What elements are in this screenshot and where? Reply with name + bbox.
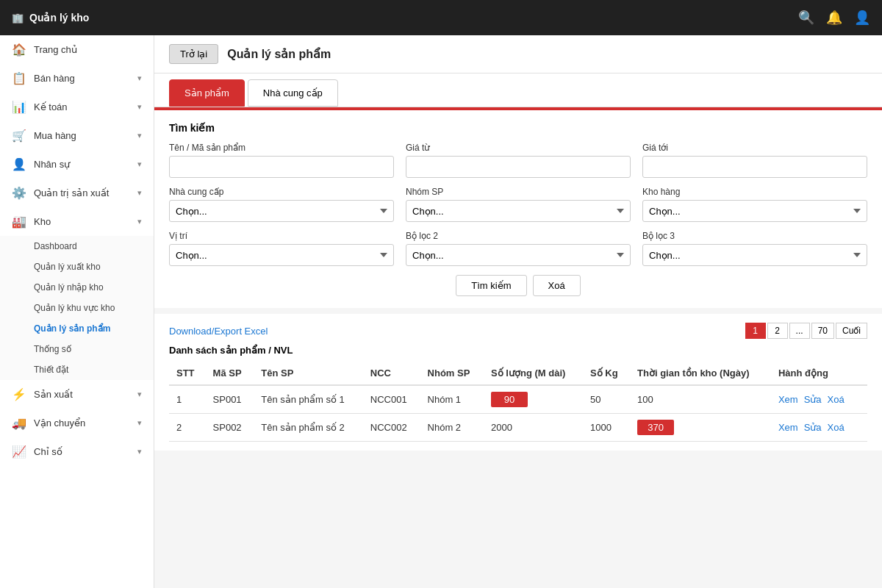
search-button[interactable]: Tìm kiếm <box>456 275 526 296</box>
select-nhom-sp[interactable]: Chọn... <box>406 200 631 222</box>
col-ten-sp: Tên SP <box>254 362 363 385</box>
chevron-nhan-su: ▾ <box>137 159 142 169</box>
sidebar-item-van-chuyen[interactable]: 🚚 Vận chuyển ▾ <box>0 409 154 437</box>
field-ten-ma: Tên / Mã sản phẩm <box>169 143 394 178</box>
cell-so-luong: 90 <box>484 385 583 414</box>
page-btn-1[interactable]: 1 <box>745 323 766 339</box>
tab-san-pham[interactable]: Sản phẩm <box>169 79 245 107</box>
field-gia-toi: Giá tới <box>642 143 867 178</box>
page-title: Quản lý sản phẩm <box>227 47 331 61</box>
select-kho-hang[interactable]: Chọn... <box>642 200 867 222</box>
tab-nha-cung-cap[interactable]: Nhà cung cấp <box>248 79 338 107</box>
sidebar-item-san-xuat[interactable]: ⚡ Sản xuất ▾ <box>0 380 154 409</box>
kho-icon: 🏭 <box>12 215 26 229</box>
sidebar-sub-khu-vuc-kho[interactable]: Quản lý khu vực kho <box>0 298 154 318</box>
cell-stt: 1 <box>169 385 206 414</box>
pagination: 1 2 ... 70 Cuối <box>745 323 867 339</box>
back-button[interactable]: Trở lại <box>169 44 218 64</box>
header-icons: 🔍 🔔 👤 <box>798 10 870 26</box>
input-gia-tu[interactable] <box>406 156 631 178</box>
label-kho-hang: Kho hàng <box>642 187 867 197</box>
chevron-ke-toan: ▾ <box>137 102 142 112</box>
sidebar-sub-thong-so[interactable]: Thống số <box>0 339 154 359</box>
table-header: STT Mã SP Tên SP NCC Nhóm SP Số lượng (M… <box>169 362 867 385</box>
table-section: Download/Export Excel 1 2 ... 70 Cuối Da… <box>154 314 882 451</box>
user-icon[interactable]: 👤 <box>854 10 870 26</box>
bell-icon[interactable]: 🔔 <box>826 10 842 26</box>
chevron-kho: ▾ <box>137 217 142 226</box>
page-btn-70[interactable]: 70 <box>811 323 834 339</box>
cell-so-kg: 1000 <box>583 414 630 442</box>
select-bo-loc-3[interactable]: Chọn... <box>642 244 867 266</box>
select-nha-cung-cap[interactable]: Chọn... <box>169 200 394 222</box>
select-bo-loc-2[interactable]: Chọn... <box>406 244 631 266</box>
home-icon: 🏠 <box>12 43 26 57</box>
sidebar-label-ban-hang: Bán hàng <box>34 73 75 84</box>
cell-ma-sp: SP001 <box>206 385 254 414</box>
sidebar-item-nhan-su[interactable]: 👤 Nhân sự ▾ <box>0 150 154 179</box>
page-btn-2[interactable]: 2 <box>767 323 788 339</box>
col-hanh-dong: Hành động <box>771 362 867 385</box>
cell-ten-sp: Tên sản phẩm số 2 <box>254 414 363 442</box>
chevron-mua-hang: ▾ <box>137 131 142 140</box>
main-layout: 🏠 Trang chủ 📋 Bán hàng ▾ 📊 Kế toán ▾ 🛒 M… <box>0 35 882 588</box>
table-row: 1 SP001 Tên sản phẩm số 1 NCC001 Nhóm 1 … <box>169 385 867 414</box>
action-xoá[interactable]: Xoá <box>828 422 845 433</box>
action-xoá[interactable]: Xoá <box>828 394 845 405</box>
search-section: Tìm kiếm Tên / Mã sản phẩm Giá từ Giá tớ… <box>154 110 882 308</box>
action-xem[interactable]: Xem <box>778 394 798 405</box>
select-vi-tri[interactable]: Chọn... <box>169 244 394 266</box>
clear-button[interactable]: Xoá <box>533 275 581 296</box>
sidebar-label-ke-toan: Kế toán <box>34 101 68 112</box>
chevron-ban-hang: ▾ <box>137 74 142 83</box>
input-gia-toi[interactable] <box>642 156 867 178</box>
sidebar-item-quan-tri-san-xuat[interactable]: ⚙️ Quản trị sản xuất ▾ <box>0 179 154 207</box>
cell-nhom-sp: Nhóm 2 <box>420 414 484 442</box>
sidebar-sub-thiet-dat[interactable]: Thiết đặt <box>0 359 154 380</box>
header: 🏢 Quản lý kho 🔍 🔔 👤 <box>0 0 882 35</box>
page-btn-last[interactable]: Cuối <box>836 323 867 339</box>
quan-tri-icon: ⚙️ <box>12 186 26 200</box>
chevron-chi-so: ▾ <box>137 447 142 456</box>
download-link[interactable]: Download/Export Excel <box>169 326 268 337</box>
input-ten-ma[interactable] <box>169 156 394 178</box>
label-vi-tri: Vị trí <box>169 231 394 241</box>
sidebar-item-mua-hang[interactable]: 🛒 Mua hàng ▾ <box>0 121 154 150</box>
field-bo-loc-3: Bộ lọc 3 Chọn... <box>642 231 867 266</box>
label-gia-tu: Giá từ <box>406 143 631 153</box>
table-title: Danh sách sản phẩm / NVL <box>169 345 867 356</box>
cell-ma-sp: SP002 <box>206 414 254 442</box>
col-stt: STT <box>169 362 206 385</box>
sidebar-item-kho[interactable]: 🏭 Kho ▾ <box>0 207 154 236</box>
col-ncc: NCC <box>363 362 420 385</box>
warehouse-icon: 🏢 <box>12 12 24 24</box>
ke-toan-icon: 📊 <box>12 100 26 114</box>
label-gia-toi: Giá tới <box>642 143 867 153</box>
chevron-van-chuyen: ▾ <box>137 418 142 428</box>
action-sửa[interactable]: Sửa <box>804 394 822 405</box>
sidebar-item-trang-chu[interactable]: 🏠 Trang chủ <box>0 35 154 64</box>
search-icon[interactable]: 🔍 <box>798 10 814 26</box>
sidebar-item-ke-toan[interactable]: 📊 Kế toán ▾ <box>0 93 154 121</box>
cell-ncc: NCC002 <box>363 414 420 442</box>
ban-hang-icon: 📋 <box>12 71 26 85</box>
sidebar-label-trang-chu: Trang chủ <box>34 44 77 55</box>
cell-thoi-gian: 370 <box>630 414 771 442</box>
chi-so-icon: 📈 <box>12 445 26 459</box>
cell-ncc: NCC001 <box>363 385 420 414</box>
sidebar-sub-san-pham[interactable]: Quản lý sản phẩm <box>0 318 154 339</box>
search-title: Tìm kiếm <box>169 122 867 134</box>
col-thoi-gian: Thời gian tồn kho (Ngày) <box>630 362 771 385</box>
action-xem[interactable]: Xem <box>778 422 798 433</box>
sidebar-sub-nhap-kho[interactable]: Quản lý nhập kho <box>0 277 154 298</box>
app-title: Quản lý kho <box>29 12 89 24</box>
sidebar-sub-dashboard[interactable]: Dashboard <box>0 236 154 257</box>
sidebar-item-chi-so[interactable]: 📈 Chỉ số ▾ <box>0 437 154 466</box>
action-sửa[interactable]: Sửa <box>804 422 822 433</box>
sidebar-item-ban-hang[interactable]: 📋 Bán hàng ▾ <box>0 64 154 93</box>
cell-ten-sp: Tên sản phẩm số 1 <box>254 385 363 414</box>
chevron-quan-tri: ▾ <box>137 188 142 198</box>
sidebar-sub-xuat-kho[interactable]: Quản lý xuất kho <box>0 257 154 277</box>
product-table: STT Mã SP Tên SP NCC Nhóm SP Số lượng (M… <box>169 362 867 442</box>
header-left: 🏢 Quản lý kho <box>12 12 89 24</box>
